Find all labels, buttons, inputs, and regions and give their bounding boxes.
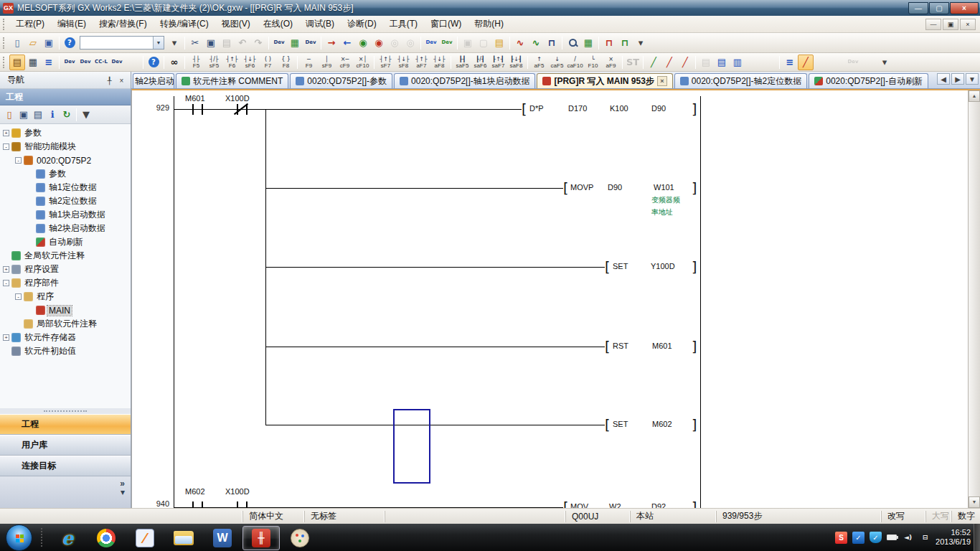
view-project[interactable]: 工程 [0,414,131,435]
tree-expander[interactable]: + [3,130,9,136]
tree-axis2-positioning[interactable]: 轴2定位数据 [0,194,131,208]
ladder-symbol-key[interactable]: ↑ aF5 [530,54,548,70]
sampling-trace-red[interactable]: ∿ [512,35,528,51]
monitor-stop[interactable]: ◉ [371,35,387,51]
tree-main[interactable]: MAIN [0,303,131,317]
show-desktop-button[interactable] [974,524,980,551]
function-block-window[interactable]: ▦ [25,55,41,70]
tree-local-comment[interactable]: 局部软元件注释 [0,317,131,331]
scan-time-graph[interactable]: ⊓ [617,35,633,51]
menu-item[interactable]: 调试(B) [299,16,341,32]
ladder-symbol-key[interactable]: ┠┨ saF5 [453,54,471,70]
ladder-symbol-key[interactable]: { } F8 [277,54,295,70]
maximize-button[interactable]: ▢ [929,2,949,14]
device-memory-window[interactable]: Dev [77,55,93,70]
device-monitor[interactable]: ▦ [287,35,303,51]
edit-coil[interactable]: ╱ [677,55,693,70]
tab-qd75-param[interactable]: 0020:QD75P2[]-参数 [290,73,392,88]
pdf-reader[interactable]: ⁄ [126,526,164,550]
tree-global-comment[interactable]: 全局软元件注释 [0,249,131,263]
tab-axis2-block-start[interactable]: 轴2块启动数据 [133,73,174,88]
ladder-symbol-key[interactable]: ×─ cF9 [336,54,354,70]
tree-axis1-positioning[interactable]: 轴1定位数据 [0,181,131,194]
device-batch-monitor[interactable]: Dev [845,55,861,70]
close-button[interactable]: × [950,2,979,14]
tab-auto-refresh[interactable]: 0020:QD75P2[]-自动刷新 [809,73,928,88]
transfer-setup[interactable]: ▤ [491,35,507,51]
tab-scroll-right-icon[interactable]: ▶ [951,73,964,85]
scroll-down-icon[interactable]: ▼ [969,496,980,508]
edit-ladder[interactable]: ╱ [646,55,661,70]
battery-tray[interactable] [887,534,897,540]
menu-item[interactable]: 诊断(D) [341,16,383,32]
menu-item[interactable]: 编辑(E) [51,16,93,32]
edit-device-test[interactable]: ╱ [661,55,677,70]
refresh-data[interactable]: ↻ [60,108,74,122]
menu-item[interactable]: 搜索/替换(F) [93,16,154,32]
paste[interactable]: ▤ [219,35,235,51]
child-restore-button[interactable]: ▣ [943,19,958,30]
tab-axis2-positioning[interactable]: 0020:QD75P2[]-轴2定位数据 [674,73,807,88]
navigation-window-toggle[interactable]: ▤ [9,55,25,70]
device-write[interactable]: Dev [439,35,455,51]
tree-parameter[interactable]: + 参数 [0,126,131,140]
ladder-symbol-key[interactable]: ┤├ F5 [187,54,205,70]
tree-qd75p2[interactable]: - 0020:QD75P2 [0,154,131,167]
toolbar-options-1[interactable]: ▾ [166,35,182,51]
menu-item[interactable]: 视图(V) [215,16,257,32]
start-button[interactable] [6,524,32,551]
toolbar-options-2[interactable]: ▾ [633,35,649,51]
ladder-symbol-key[interactable]: ┠/┨ saF6 [471,54,489,70]
tree-expander[interactable]: - [3,280,9,286]
inline-structured-text[interactable]: ST [625,55,641,70]
output-window[interactable]: ≡ [41,55,57,70]
paste-data[interactable]: ▤ [31,108,45,122]
undo[interactable]: ↶ [235,35,250,51]
copy-data[interactable]: ▣ [17,108,31,122]
view-connection[interactable]: 连接目标 [0,456,131,476]
gx-works2[interactable]: ╫ [242,526,280,550]
volume-tray[interactable]: ◄) [902,532,914,544]
ladder-symbol-key[interactable]: ┠↓┨ saF8 [507,54,525,70]
zoom-tool[interactable] [861,55,877,70]
watch-start[interactable]: ◉ [565,35,580,51]
filter-dropdown[interactable]: ▼ [79,108,93,122]
new-data[interactable]: ▯ [2,108,17,122]
ladder-symbol-key[interactable]: ┤↑├ F6 [223,54,241,70]
shield-tray[interactable]: ✓ [870,532,882,543]
sogou-tray[interactable]: S [835,532,847,544]
ladder-canvas[interactable]: 929M601X100D[D*PD170K100D90][MOVPD90W101… [132,90,968,508]
tree-program[interactable]: - 程序 [0,290,131,303]
watch-combo[interactable]: ▼ [80,36,164,50]
chrome[interactable] [88,526,125,550]
tree-expander[interactable]: + [3,334,9,341]
minimize-button[interactable]: — [908,2,928,14]
ladder-symbol-key[interactable]: / caF10 [566,54,584,70]
remote-operation[interactable]: ▢ [476,35,491,51]
new-project[interactable]: ▯ [9,35,25,51]
help-2[interactable]: ? [146,55,161,70]
read-from-plc[interactable]: ← [339,35,355,51]
view-user-library[interactable]: 用户库 [0,435,131,456]
toolbar-options-3[interactable]: ▾ [877,55,892,70]
word[interactable]: W [204,526,241,550]
ladder-symbol-key[interactable]: ┤/├ sF5 [205,54,223,70]
tree-expander[interactable]: - [15,293,22,300]
tab-close-icon[interactable]: × [657,76,667,86]
tree-axis1-block-start[interactable]: 轴1块启动数据 [0,208,131,222]
read-mode-search[interactable] [814,55,829,70]
device-cc-link[interactable]: CC-L [93,55,109,70]
save-project[interactable]: ▣ [41,35,57,51]
ladder-symbol-key[interactable]: × aF9 [602,54,620,70]
monitor-start[interactable]: ◉ [355,35,371,51]
device-find[interactable] [125,55,141,70]
write-to-plc[interactable]: → [324,35,339,51]
tree-pou[interactable]: - 程序部件 [0,276,131,290]
sampling-trace-pulse[interactable]: ⊓ [544,35,560,51]
ladder-symbol-key[interactable]: ┤↓├ sF8 [395,54,413,70]
ladder-editor[interactable]: 929M601X100D[D*PD170K100D90][MOVPD90W101… [131,89,980,508]
menu-item[interactable]: 转换/编译(C) [154,16,215,32]
views-menu-icon[interactable]: ▾ [121,488,125,496]
ladder-symbol-key[interactable]: │ sF9 [318,54,336,70]
ladder-symbol-key[interactable]: └ F10 [584,54,602,70]
